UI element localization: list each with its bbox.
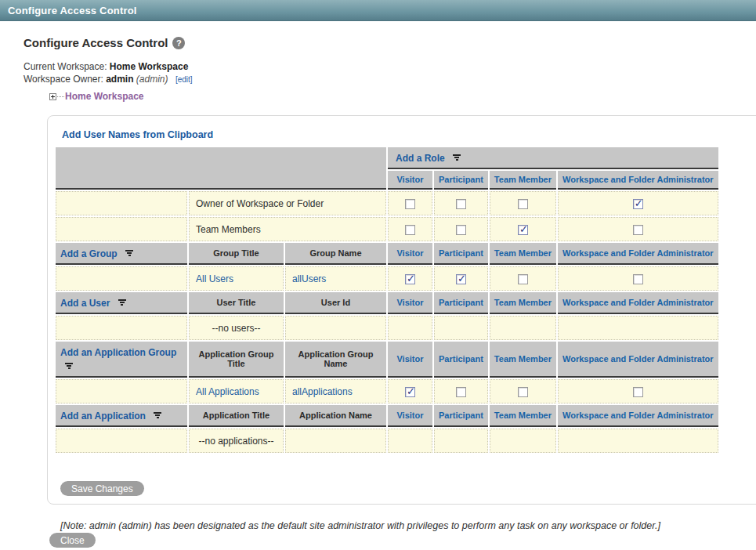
team-member-checkbox[interactable] bbox=[518, 225, 528, 235]
role-header-blank bbox=[56, 147, 386, 190]
filter-icon[interactable] bbox=[118, 299, 126, 306]
role-header-row: Add a Role bbox=[56, 147, 718, 169]
add-group-link[interactable]: Add a Group bbox=[60, 248, 118, 259]
visitor-checkbox[interactable] bbox=[405, 199, 415, 209]
col-visitor: Visitor bbox=[388, 292, 432, 314]
empty-cell bbox=[285, 429, 386, 453]
team-member-checkbox[interactable] bbox=[518, 274, 528, 284]
admin-checkbox[interactable] bbox=[633, 387, 643, 397]
all-users-link[interactable]: All Users bbox=[196, 273, 233, 284]
page-title: Configure Access Control bbox=[24, 36, 168, 49]
app-group-header-row: Add an Application Group Application Gro… bbox=[56, 342, 718, 378]
col-ws-folder-admin: Workspace and Folder Administrator bbox=[558, 243, 718, 265]
col-visitor: Visitor bbox=[388, 243, 432, 265]
participant-checkbox[interactable] bbox=[456, 387, 466, 397]
admin-cell bbox=[558, 217, 718, 241]
admin-checkbox[interactable] bbox=[633, 225, 643, 235]
add-application-link[interactable]: Add an Application bbox=[60, 411, 146, 422]
empty-cell bbox=[558, 429, 718, 453]
filter-icon[interactable] bbox=[65, 363, 73, 370]
visitor-checkbox[interactable] bbox=[405, 274, 415, 284]
col-application-title: Application Title bbox=[189, 405, 284, 427]
filter-icon[interactable] bbox=[125, 250, 133, 257]
add-user-names-clipboard-link[interactable]: Add User Names from Clipboard bbox=[62, 129, 213, 140]
empty-cell bbox=[490, 316, 556, 340]
tree-node-home-workspace[interactable]: Home Workspace bbox=[65, 91, 143, 102]
col-team-member: Team Member bbox=[490, 405, 556, 427]
group-name-cell: allUsers bbox=[285, 266, 386, 291]
col-group-title: Group Title bbox=[189, 243, 284, 265]
add-application-group-link[interactable]: Add an Application Group bbox=[60, 347, 176, 358]
filter-icon[interactable] bbox=[154, 412, 161, 419]
role-row-label: Team Members bbox=[189, 217, 386, 241]
workspace-owner-line: Workspace Owner: admin (admin) [edit] bbox=[24, 73, 756, 86]
add-role-link[interactable]: Add a Role bbox=[396, 153, 445, 164]
visitor-cell bbox=[388, 191, 432, 215]
access-control-panel: Add User Names from Clipboard Add a Role… bbox=[47, 115, 756, 505]
allapplications-link[interactable]: allApplications bbox=[292, 386, 353, 397]
app-header-add-cell: Add an Application bbox=[56, 405, 187, 427]
all-applications-link[interactable]: All Applications bbox=[196, 386, 259, 397]
col-participant: Participant bbox=[434, 405, 488, 427]
no-users-cell: --no users-- bbox=[189, 316, 284, 340]
group-header-row: Add a Group Group Title Group Name Visit… bbox=[56, 243, 718, 265]
table-row: --no users-- bbox=[56, 316, 718, 340]
workspace-meta: Current Workspace: Home Workspace Worksp… bbox=[24, 60, 756, 86]
participant-checkbox[interactable] bbox=[456, 199, 466, 209]
workspace-owner-id: (admin) bbox=[136, 74, 168, 85]
empty-cell bbox=[490, 429, 556, 453]
empty-cell bbox=[558, 316, 718, 340]
participant-checkbox[interactable] bbox=[456, 225, 466, 235]
col-team-member: Team Member bbox=[490, 292, 556, 314]
current-workspace-label: Current Workspace: bbox=[24, 61, 107, 72]
admin-cell bbox=[558, 266, 718, 291]
team-member-checkbox[interactable] bbox=[518, 199, 528, 209]
save-changes-button[interactable]: Save Changes bbox=[60, 481, 144, 496]
admin-cell bbox=[558, 379, 718, 403]
row-blank-cell bbox=[56, 266, 187, 291]
col-app-group-title: Application Group Title bbox=[189, 342, 284, 378]
col-user-id: User Id bbox=[285, 292, 386, 314]
help-icon[interactable]: ? bbox=[172, 37, 185, 49]
team-member-cell bbox=[490, 191, 556, 215]
col-team-member: Team Member bbox=[490, 342, 556, 378]
table-row: All Users allUsers bbox=[56, 266, 718, 291]
row-blank-cell bbox=[56, 217, 187, 241]
current-workspace-line: Current Workspace: Home Workspace bbox=[24, 60, 756, 73]
col-ws-folder-admin: Workspace and Folder Administrator bbox=[558, 342, 718, 378]
team-member-checkbox[interactable] bbox=[518, 387, 528, 397]
table-row: All Applications allApplications bbox=[56, 379, 718, 403]
allusers-link[interactable]: allUsers bbox=[292, 273, 326, 284]
visitor-checkbox[interactable] bbox=[405, 225, 415, 235]
col-user-title: User Title bbox=[189, 292, 284, 314]
tree-expand-icon[interactable] bbox=[49, 93, 56, 100]
col-team-member: Team Member bbox=[490, 243, 556, 265]
current-workspace-value: Home Workspace bbox=[110, 61, 188, 72]
edit-owner-link[interactable]: [edit] bbox=[175, 75, 193, 84]
role-header-add-cell: Add a Role bbox=[388, 147, 718, 169]
row-blank-cell bbox=[56, 316, 187, 340]
col-ws-folder-admin: Workspace and Folder Administrator bbox=[558, 292, 718, 314]
col-ws-folder-admin: Workspace and Folder Administrator bbox=[558, 405, 718, 427]
visitor-checkbox[interactable] bbox=[405, 387, 415, 397]
filter-icon[interactable] bbox=[453, 154, 461, 161]
add-user-link[interactable]: Add a User bbox=[60, 298, 110, 309]
admin-checkbox[interactable] bbox=[633, 199, 643, 209]
admin-note: [Note: admin (admin) has been designated… bbox=[60, 520, 756, 531]
participant-cell bbox=[434, 217, 488, 241]
col-participant: Participant bbox=[434, 342, 488, 378]
col-participant: Participant bbox=[434, 292, 488, 314]
participant-cell bbox=[434, 379, 488, 403]
table-row: --no applications-- bbox=[56, 429, 718, 453]
admin-checkbox[interactable] bbox=[633, 274, 643, 284]
close-button[interactable]: Close bbox=[49, 533, 96, 548]
participant-checkbox[interactable] bbox=[456, 274, 466, 284]
col-group-name: Group Name bbox=[285, 243, 386, 265]
empty-cell bbox=[434, 316, 488, 340]
row-blank-cell bbox=[56, 429, 187, 453]
empty-cell bbox=[434, 429, 488, 453]
group-title-cell: All Users bbox=[189, 266, 284, 291]
col-visitor: Visitor bbox=[388, 342, 432, 378]
visitor-cell bbox=[388, 217, 432, 241]
user-header-add-cell: Add a User bbox=[56, 292, 187, 314]
